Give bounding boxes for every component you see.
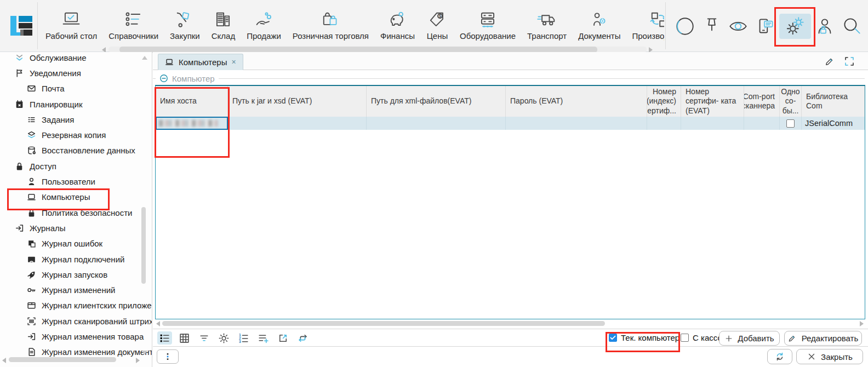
pie-icon[interactable] bbox=[672, 14, 698, 39]
app-logo[interactable] bbox=[7, 12, 36, 40]
sidebar-item-10[interactable]: Политика безопасности bbox=[0, 205, 152, 220]
sidebar-item-3[interactable]: Планировщик bbox=[0, 96, 152, 112]
module-catalog[interactable]: Справочники bbox=[107, 11, 160, 45]
mail-icon bbox=[27, 84, 36, 93]
current-computer-checkbox-box[interactable] bbox=[609, 334, 617, 342]
module-transport[interactable]: Транспорт bbox=[526, 11, 568, 45]
sidebar-item-9[interactable]: Компьютеры bbox=[0, 190, 152, 205]
empty-cell-6[interactable] bbox=[744, 117, 780, 130]
sidebar-item-6[interactable]: Восстановление данных bbox=[0, 143, 152, 158]
module-documents[interactable]: Документы bbox=[576, 11, 622, 45]
column-header-8[interactable]: Библиотека Com bbox=[802, 86, 865, 117]
empty-cell-4[interactable] bbox=[647, 117, 681, 130]
sidebar-item-15[interactable]: Журнал изменений bbox=[0, 282, 152, 297]
module-production[interactable]: Производство bbox=[630, 11, 664, 45]
sidebar-item-17[interactable]: Журнал сканирований штрихко bbox=[0, 313, 152, 329]
refresh-button[interactable] bbox=[767, 349, 792, 364]
event-checkbox-cell[interactable] bbox=[780, 117, 802, 130]
svg-text:3: 3 bbox=[239, 339, 241, 343]
sidebar-scroll-down-arrow[interactable] bbox=[142, 351, 147, 354]
add-list-icon[interactable] bbox=[256, 331, 271, 345]
sidebar-scroll-up-arrow[interactable] bbox=[142, 56, 147, 60]
numbered-list-icon[interactable]: 123 bbox=[236, 331, 251, 345]
sidebar-item-7[interactable]: Доступ bbox=[0, 158, 152, 174]
column-header-7[interactable]: Одно со- бы... bbox=[780, 86, 802, 117]
hostname-cell[interactable] bbox=[156, 117, 228, 130]
tab-computers[interactable]: Компьютеры × bbox=[158, 54, 243, 70]
profile-icon[interactable] bbox=[812, 14, 837, 39]
sidebar-item-0[interactable]: Обслуживание bbox=[0, 52, 152, 65]
empty-cell-2[interactable] bbox=[367, 117, 506, 130]
sidebar-item-11[interactable]: Журналы bbox=[0, 220, 152, 236]
list-view-icon[interactable] bbox=[157, 331, 172, 345]
column-header-4[interactable]: Номер (индекс) сертиф... bbox=[647, 86, 681, 117]
sidebar-item-5[interactable]: Резервная копия bbox=[0, 127, 152, 142]
filter-icon[interactable] bbox=[197, 331, 212, 345]
edit-button[interactable]: Редактировать bbox=[784, 331, 862, 346]
cycle-icon[interactable] bbox=[295, 331, 310, 345]
open-form-icon[interactable] bbox=[276, 331, 290, 345]
add-button[interactable]: Добавить bbox=[719, 331, 780, 346]
module-retail[interactable]: Розничная торговля bbox=[291, 11, 370, 45]
grid-icon[interactable] bbox=[177, 331, 192, 345]
column-header-3[interactable]: Пароль (EVAT) bbox=[506, 86, 647, 117]
settings-icon[interactable] bbox=[779, 14, 811, 39]
current-computer-checkbox[interactable]: Тек. компьютер bbox=[609, 333, 679, 342]
column-header-1[interactable]: Путь к jar и xsd (EVAT) bbox=[228, 86, 367, 117]
sidebar-item-label: Политика безопасности bbox=[42, 208, 132, 217]
sidebar-hscroll-right-arrow[interactable] bbox=[136, 358, 140, 363]
sidebar-item-4[interactable]: Задания bbox=[0, 112, 152, 127]
eye-icon[interactable] bbox=[726, 14, 751, 39]
column-header-6[interactable]: Com-port сканнера bbox=[744, 86, 780, 117]
user-icon bbox=[27, 177, 36, 186]
sidebar-item-13[interactable]: Журнал подключений bbox=[0, 251, 152, 267]
table-scroll-thumb[interactable] bbox=[162, 321, 605, 326]
sidebar-item-2[interactable]: Почта bbox=[0, 81, 152, 96]
sidebar-item-label: Журнал изменений bbox=[42, 285, 115, 295]
row-event-checkbox[interactable] bbox=[786, 119, 795, 128]
module-purchase[interactable]: Закупки bbox=[168, 11, 202, 45]
table-hscrollbar[interactable] bbox=[155, 320, 865, 327]
sidebar-item-8[interactable]: Пользователи bbox=[0, 174, 152, 189]
edit-form-icon[interactable] bbox=[825, 56, 836, 67]
sidebar-item-16[interactable]: Журнал клиентских приложени bbox=[0, 298, 152, 313]
computer-icon bbox=[165, 58, 174, 67]
module-warehouse[interactable]: Склад bbox=[210, 11, 237, 45]
sidebar-item-18[interactable]: Журнал изменения товара bbox=[0, 329, 152, 344]
sidebar-hscroll-left-arrow[interactable] bbox=[2, 358, 6, 363]
purchase-icon bbox=[174, 11, 196, 31]
sidebar-item-1[interactable]: Уведомления bbox=[0, 65, 152, 81]
search-icon[interactable] bbox=[839, 14, 864, 39]
sidebar-item-label: Задания bbox=[42, 115, 74, 124]
module-equipment[interactable]: Оборудование bbox=[458, 11, 517, 45]
module-finance[interactable]: Финансы bbox=[379, 11, 416, 45]
column-header-0[interactable]: Имя хоста bbox=[156, 86, 228, 117]
with-cashbox-checkbox-box[interactable] bbox=[681, 334, 689, 342]
collapse-icon[interactable] bbox=[159, 74, 168, 83]
sidebar-item-14[interactable]: Журнал запусков bbox=[0, 267, 152, 282]
pin-icon[interactable] bbox=[699, 14, 724, 39]
sidebar-scroll-thumb[interactable] bbox=[141, 207, 146, 284]
table-row[interactable]: JSerialComm bbox=[156, 117, 865, 130]
table-scroll-left-arrow[interactable] bbox=[156, 321, 160, 326]
lock-icon bbox=[27, 208, 36, 217]
module-desktop[interactable]: Рабочий стол bbox=[44, 11, 99, 45]
library-cell[interactable]: JSerialComm bbox=[802, 117, 865, 130]
close-form-button[interactable]: Закрыть bbox=[796, 349, 863, 364]
phone-chat-icon[interactable] bbox=[752, 14, 778, 39]
table-scroll-right-arrow[interactable] bbox=[860, 321, 864, 326]
empty-cell-5[interactable] bbox=[681, 117, 744, 130]
empty-cell-3[interactable] bbox=[506, 117, 647, 130]
sidebar-hscroll-thumb[interactable] bbox=[9, 357, 116, 362]
column-header-5[interactable]: Номер сертифи- ката (EVAT) bbox=[681, 86, 744, 117]
column-header-2[interactable]: Путь для xml-файлов(EVAT) bbox=[367, 86, 506, 117]
sidebar-item-12[interactable]: Журнал ошибок bbox=[0, 236, 152, 251]
module-prices[interactable]: $Цены bbox=[425, 11, 450, 45]
key-icon bbox=[27, 285, 36, 295]
fullscreen-icon[interactable] bbox=[844, 56, 855, 67]
module-sales[interactable]: Продажи bbox=[245, 11, 283, 45]
more-options-button[interactable] bbox=[157, 349, 179, 364]
tab-close-icon[interactable]: × bbox=[231, 58, 236, 66]
gear-icon[interactable] bbox=[216, 331, 231, 345]
empty-cell-1[interactable] bbox=[228, 117, 367, 130]
